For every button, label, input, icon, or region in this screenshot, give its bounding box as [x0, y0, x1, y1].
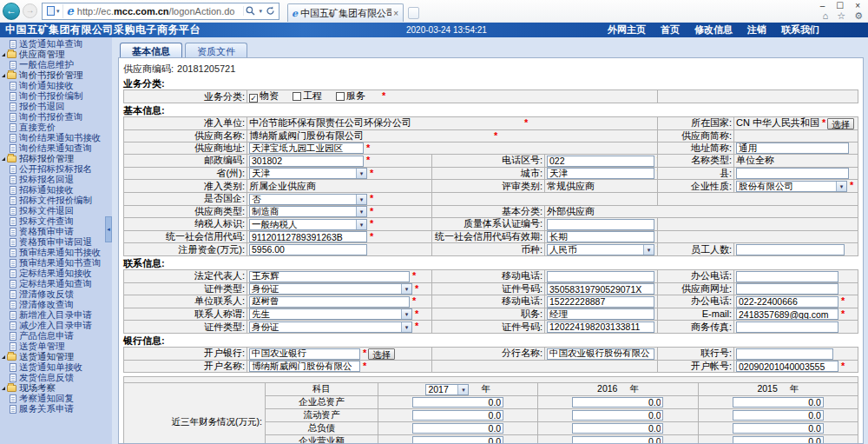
tree-expand-icon[interactable]: [2, 74, 5, 77]
checkbox-unchecked[interactable]: [336, 92, 345, 101]
dropdown-arrow-icon[interactable]: ▾: [457, 385, 468, 394]
sidebar-item-leaf[interactable]: 送货单管理: [0, 341, 112, 352]
sidebar-item-leaf[interactable]: 送货通知单查询: [0, 39, 112, 50]
maximize-button[interactable]: ☐: [836, 1, 844, 10]
finance-value-input[interactable]: [733, 397, 824, 408]
sidebar-item-leaf[interactable]: 服务关系申请: [0, 404, 112, 414]
sidebar-item-leaf[interactable]: 澄清修改查询: [0, 300, 112, 310]
sidebar-item-leaf[interactable]: 投标报名回退: [0, 175, 112, 185]
finance-value-input[interactable]: [572, 410, 663, 421]
compat-view-button[interactable]: ▾: [44, 4, 63, 18]
header-link[interactable]: 外网主页: [608, 23, 646, 36]
checkbox-checked[interactable]: ✓: [249, 94, 258, 103]
dropdown[interactable]: 一般纳税人▾: [249, 219, 367, 230]
sidebar-item-leaf[interactable]: 询价结果通知书接收: [0, 133, 112, 143]
dropdown[interactable]: 股份有限公司▾: [736, 181, 847, 192]
text-input[interactable]: [249, 296, 410, 308]
home-icon[interactable]: ⌂: [823, 10, 829, 22]
select-button[interactable]: 选择: [827, 118, 854, 129]
back-button[interactable]: ←: [3, 3, 20, 20]
sidebar-item-leaf[interactable]: 定标结果通知查询: [0, 279, 112, 289]
sidebar-item-leaf[interactable]: 一般信息维护: [0, 60, 112, 70]
dropdown[interactable]: 天津▾: [249, 168, 367, 179]
sidebar-collapse-handle[interactable]: ◂: [105, 216, 112, 242]
dropdown[interactable]: 先生▾: [249, 308, 412, 320]
select-button[interactable]: 选择: [368, 348, 395, 360]
text-input[interactable]: [547, 156, 654, 167]
text-input[interactable]: [547, 219, 654, 230]
finance-value-input[interactable]: [733, 410, 824, 421]
forward-button[interactable]: →: [23, 3, 37, 18]
text-input[interactable]: [736, 308, 838, 320]
search-icon[interactable]: [246, 6, 255, 16]
text-input[interactable]: [547, 296, 654, 308]
sidebar-item-folder[interactable]: 招标报价管理: [0, 154, 112, 164]
sidebar-item-folder[interactable]: 送货通知管理: [0, 352, 112, 362]
sidebar-item-leaf[interactable]: 询价书报价编制: [0, 91, 112, 102]
text-input[interactable]: [547, 271, 654, 282]
text-input[interactable]: [736, 296, 838, 308]
text-input[interactable]: [547, 308, 654, 320]
text-input[interactable]: [736, 271, 838, 282]
sidebar-item-leaf[interactable]: 资格预审申请回退: [0, 237, 112, 248]
sidebar-item-folder[interactable]: 现场考察: [0, 383, 112, 394]
tab-basic-info[interactable]: 基本信息: [120, 43, 182, 57]
finance-value-input[interactable]: [412, 423, 503, 434]
text-input[interactable]: [249, 142, 364, 154]
settings-gear-icon[interactable]: ⚙: [854, 10, 863, 22]
text-input[interactable]: [249, 231, 367, 242]
finance-value-input[interactable]: [412, 436, 503, 444]
dropdown[interactable]: 身份证▾: [249, 283, 412, 295]
sidebar-item-leaf[interactable]: 资格预审申请: [0, 227, 112, 237]
sidebar-item-leaf[interactable]: 新增准入目录申请: [0, 310, 112, 321]
browser-tab[interactable]: e 中国五矿集团有限公司采购... ×: [287, 3, 404, 22]
refresh-icon[interactable]: [266, 6, 275, 16]
header-link[interactable]: 联系我们: [781, 23, 819, 36]
search-options-caret-icon[interactable]: ▾: [259, 8, 262, 15]
header-link[interactable]: 修改信息: [694, 23, 733, 36]
text-input[interactable]: [249, 271, 410, 282]
sidebar-item-leaf[interactable]: 招标文件报价编制: [0, 195, 112, 206]
tree-expand-icon[interactable]: [2, 387, 5, 390]
text-input[interactable]: [736, 361, 838, 372]
dropdown-arrow-icon[interactable]: ▾: [356, 169, 366, 178]
dropdown-arrow-icon[interactable]: ▾: [401, 284, 411, 294]
sidebar-item-leaf[interactable]: 投标文件查询: [0, 216, 112, 227]
sidebar-item-leaf[interactable]: 直接竞价: [0, 123, 112, 133]
header-link[interactable]: 注销: [747, 23, 766, 36]
text-input[interactable]: [547, 348, 654, 360]
favorites-star-icon[interactable]: ☆: [837, 10, 845, 22]
text-input[interactable]: [736, 142, 849, 154]
tree-expand-icon[interactable]: [2, 157, 5, 161]
sidebar-item-leaf[interactable]: 考察通知回复: [0, 394, 112, 404]
sidebar-item-leaf[interactable]: 定标结果通知接收: [0, 268, 112, 279]
text-input[interactable]: [736, 321, 838, 333]
text-input[interactable]: [249, 361, 360, 372]
text-input[interactable]: [547, 231, 654, 242]
header-link[interactable]: 首页: [661, 23, 680, 36]
close-button[interactable]: ×: [855, 1, 860, 10]
dropdown-arrow-icon[interactable]: ▾: [401, 309, 411, 319]
tab-qualification-files[interactable]: 资质文件: [185, 43, 247, 57]
dropdown-arrow-icon[interactable]: ▾: [836, 182, 846, 191]
dropdown-arrow-icon[interactable]: ▾: [643, 245, 654, 255]
text-input[interactable]: [547, 168, 654, 179]
sidebar-item-leaf[interactable]: 预审结果通知书接收: [0, 248, 112, 258]
finance-value-input[interactable]: [412, 410, 503, 421]
sidebar-item-leaf[interactable]: 公开招标投标报名: [0, 164, 112, 175]
tree-expand-icon[interactable]: [2, 53, 5, 56]
minimize-button[interactable]: –: [820, 1, 825, 10]
sidebar-item-leaf[interactable]: 询价书报价查询: [0, 112, 112, 123]
text-input[interactable]: [736, 244, 845, 255]
sidebar-item-leaf[interactable]: 减少准入目录申请: [0, 321, 112, 331]
finance-value-input[interactable]: [733, 423, 824, 434]
text-input[interactable]: [249, 156, 364, 167]
sidebar-item-leaf[interactable]: 澄清修改反馈: [0, 289, 112, 300]
new-tab-button[interactable]: [408, 7, 419, 19]
text-input[interactable]: [249, 348, 360, 360]
tab-close-icon[interactable]: ×: [391, 9, 400, 18]
sidebar-item-leaf[interactable]: 投标文件退回: [0, 206, 112, 216]
sidebar-item-folder[interactable]: 供应商管理: [0, 50, 112, 60]
finance-value-input[interactable]: [572, 397, 663, 408]
dropdown[interactable]: 人民币▾: [547, 244, 654, 255]
